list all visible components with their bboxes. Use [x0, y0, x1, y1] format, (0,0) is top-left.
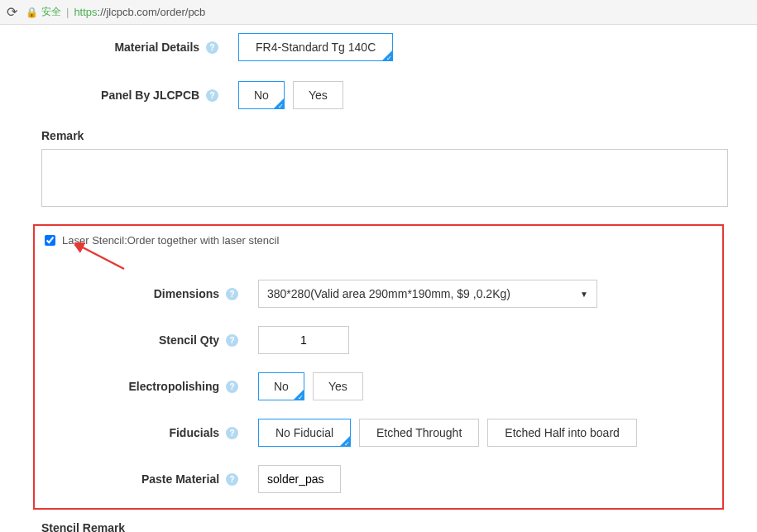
annotation-arrow-icon — [74, 242, 132, 276]
remark-textarea[interactable] — [41, 149, 728, 207]
option-fr4-standard[interactable]: FR4-Standard Tg 140C — [238, 33, 393, 61]
option-panel-no[interactable]: No — [238, 81, 285, 109]
laser-stencil-title: Laser Stencil:Order together with laser … — [62, 234, 279, 247]
help-icon[interactable]: ? — [206, 89, 218, 102]
label-panel-by-jlcpcb: Panel By JLCPCB ? — [25, 89, 223, 103]
row-paste-material: Paste Material ? — [45, 465, 712, 493]
help-icon[interactable]: ? — [206, 41, 218, 54]
option-electro-yes[interactable]: Yes — [313, 372, 363, 400]
controls-material-details: FR4-Standard Tg 140C — [238, 33, 393, 61]
row-material-details: Material Details ? FR4-Standard Tg 140C — [25, 33, 732, 61]
url-scheme: https — [74, 6, 97, 18]
row-dimensions: Dimensions ? 380*280(Valid area 290mm*19… — [45, 280, 712, 308]
help-icon[interactable]: ? — [226, 334, 238, 347]
dimensions-select[interactable]: 380*280(Valid area 290mm*190mm, $9 ,0.2K… — [258, 280, 597, 308]
label-stencil-remark: Stencil Remark — [41, 521, 732, 532]
controls-panel-by-jlcpcb: No Yes — [238, 81, 343, 109]
label-text: Panel By JLCPCB — [101, 89, 199, 102]
label-text: Paste Material — [141, 472, 219, 486]
option-fiducial-half[interactable]: Etched Half into board — [487, 419, 637, 447]
order-form: Material Details ? FR4-Standard Tg 140C … — [0, 25, 757, 532]
label-material-details: Material Details ? — [25, 41, 223, 55]
url-field[interactable]: https://jlcpcb.com/order/pcb — [74, 6, 205, 18]
label-stencil-qty: Stencil Qty ? — [45, 333, 243, 347]
row-stencil-qty: Stencil Qty ? — [45, 326, 712, 354]
option-panel-yes[interactable]: Yes — [293, 81, 343, 109]
option-electro-no[interactable]: No — [258, 372, 304, 400]
url-path: ://jlcpcb.com/order/pcb — [98, 6, 206, 18]
dimensions-value: 380*280(Valid area 290mm*190mm, $9 ,0.2K… — [267, 287, 510, 300]
controls-stencil-qty — [258, 326, 349, 354]
secure-label: 安全 — [41, 5, 61, 19]
stencil-qty-input[interactable] — [258, 326, 349, 354]
label-fiducials: Fiducials ? — [45, 426, 243, 440]
controls-dimensions: 380*280(Valid area 290mm*190mm, $9 ,0.2K… — [258, 280, 597, 308]
label-text: Fiducials — [169, 426, 219, 439]
row-panel-by-jlcpcb: Panel By JLCPCB ? No Yes — [25, 81, 732, 109]
chevron-down-icon: ▼ — [580, 290, 588, 299]
separator: | — [66, 6, 69, 18]
row-fiducials: Fiducials ? No Fiducial Etched Throught … — [45, 419, 712, 447]
browser-address-bar: ⟳ 🔒 安全 | https://jlcpcb.com/order/pcb — [0, 0, 757, 25]
controls-electropolishing: No Yes — [258, 372, 363, 400]
label-text: Dimensions — [154, 287, 219, 300]
option-fiducial-through[interactable]: Etched Throught — [359, 419, 479, 447]
laser-stencil-checkbox[interactable] — [45, 235, 55, 246]
label-paste-material: Paste Material ? — [45, 472, 243, 486]
help-icon[interactable]: ? — [226, 381, 238, 393]
option-fiducial-none[interactable]: No Fiducial — [258, 419, 351, 447]
lock-icon: 🔒 — [26, 7, 38, 18]
paste-material-input[interactable] — [258, 465, 341, 493]
help-icon[interactable]: ? — [226, 427, 238, 439]
label-text: Stencil Qty — [159, 333, 219, 347]
svg-line-1 — [79, 246, 124, 269]
help-icon[interactable]: ? — [226, 473, 238, 486]
label-electropolishing: Electropolishing ? — [45, 380, 243, 394]
stencil-header: Laser Stencil:Order together with laser … — [45, 234, 712, 247]
row-electropolishing: Electropolishing ? No Yes — [45, 372, 712, 400]
label-dimensions: Dimensions ? — [45, 287, 243, 301]
controls-paste-material — [258, 465, 341, 493]
controls-fiducials: No Fiducial Etched Throught Etched Half … — [258, 419, 637, 447]
reload-icon[interactable]: ⟳ — [7, 4, 17, 20]
label-remark: Remark — [41, 129, 732, 142]
label-text: Electropolishing — [128, 380, 219, 393]
help-icon[interactable]: ? — [226, 288, 238, 300]
label-text: Material Details — [114, 41, 199, 54]
laser-stencil-section: Laser Stencil:Order together with laser … — [33, 224, 724, 510]
